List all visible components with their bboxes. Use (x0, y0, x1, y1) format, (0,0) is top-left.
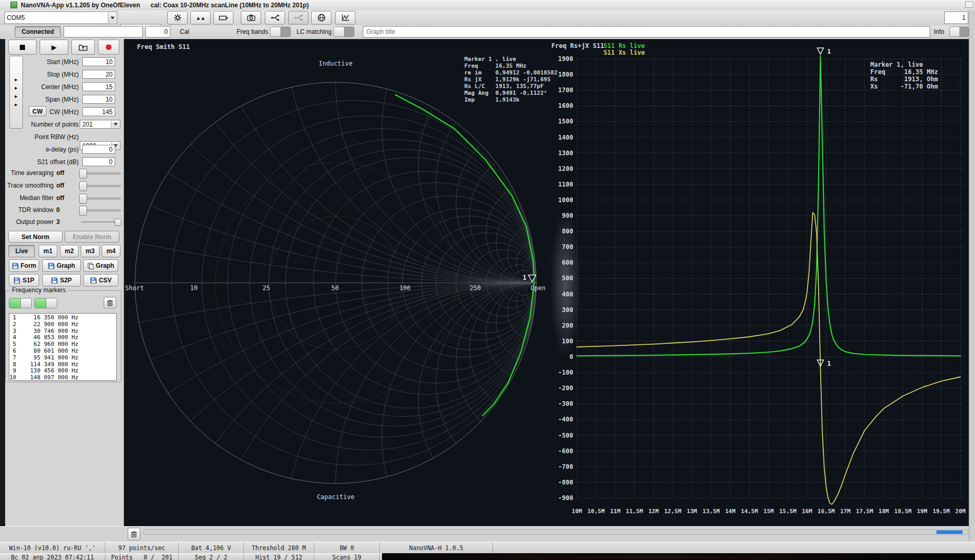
cw-field[interactable]: 145 (82, 107, 115, 116)
svg-text:600: 600 (562, 259, 573, 266)
cw-button[interactable]: CW (29, 106, 46, 116)
arrow-right-icon: ► (14, 102, 19, 107)
rsjx-title: Freq Rs+jX S11 (551, 42, 604, 49)
svg-text:-600: -600 (558, 447, 573, 455)
svg-text:10M: 10M (572, 508, 582, 515)
settings-button[interactable] (167, 11, 188, 24)
com-port-value: COM5 (7, 14, 25, 21)
clear-history-button[interactable] (128, 528, 140, 540)
collapse-panel-button[interactable]: ► ► ► ► (9, 56, 23, 129)
median-filter-slider-thumb[interactable] (79, 194, 87, 204)
save-graph-button[interactable]: Graph (42, 259, 81, 272)
raise-priority-button[interactable]: ▲▲ (190, 11, 211, 24)
smith-chart-panel[interactable]: 1 Freq Smith S11 Inductive Capacitive Sh… (124, 39, 549, 526)
chart-marker[interactable] (817, 48, 823, 54)
chevron-down-icon[interactable] (108, 13, 116, 23)
svg-text:15M: 15M (763, 508, 774, 515)
svg-text:11M: 11M (610, 508, 621, 515)
copy-graph-button[interactable]: Graph (83, 259, 118, 272)
save-s1p-button[interactable]: S1P (9, 274, 39, 287)
save-csv-button[interactable]: CSV (83, 274, 118, 287)
chevron-down-icon[interactable] (111, 121, 119, 128)
rsjx-chart[interactable]: 1900180017001600150014001300120011001000… (549, 39, 975, 526)
toolbar-main (0, 10, 975, 26)
stop-button[interactable] (8, 40, 36, 55)
split-view-button[interactable] (265, 11, 285, 24)
delete-markers-button[interactable] (104, 297, 116, 308)
span-field[interactable]: 10 (82, 95, 115, 104)
edelay-label: e-delay (ps) (46, 146, 79, 153)
lc-matching-toggle[interactable] (334, 27, 354, 37)
enable-norm-button: Enable Norm (65, 231, 119, 243)
record-button[interactable] (98, 40, 119, 55)
status-cell: Points 0 / 201 (105, 554, 179, 560)
edelay-field[interactable]: 0 (82, 145, 115, 154)
span-value: 10 (106, 96, 113, 103)
memory-live-button[interactable]: Live (8, 245, 35, 257)
svg-text:1000: 1000 (558, 196, 573, 204)
tdr-window-slider-thumb[interactable] (79, 206, 87, 216)
memory-m2-button[interactable]: m2 (60, 245, 79, 257)
background-window-patch (382, 553, 975, 560)
info-toggle[interactable] (949, 27, 969, 37)
start-label: Start (MHz) (47, 58, 79, 66)
frequency-marker-row[interactable]: 10 148 097 000 Hz (9, 375, 116, 381)
history-scrollbar-thumb[interactable] (936, 530, 962, 534)
window-controls[interactable] (965, 1, 973, 8)
trash-icon (131, 531, 137, 538)
s21-offset-field[interactable]: 0 (82, 157, 115, 166)
preset-count-field[interactable]: 1 (944, 11, 968, 24)
memory-m1-button[interactable]: m1 (39, 245, 57, 257)
globe-icon (317, 14, 326, 22)
screenshot-button[interactable] (241, 11, 261, 24)
offset-field[interactable]: 0 (145, 26, 170, 38)
center-field[interactable]: 15 (82, 82, 115, 91)
output-power-slider[interactable] (81, 221, 120, 222)
frequency-markers-title: Frequency markers (10, 287, 68, 294)
svg-text:-900: -900 (558, 494, 573, 502)
com-port-select[interactable]: COM5 (4, 11, 117, 24)
start-field[interactable]: 10 (82, 57, 115, 66)
connected-button[interactable]: Connected (15, 26, 61, 38)
marker-toggle-1[interactable] (9, 298, 32, 308)
open-file-button[interactable] (71, 40, 95, 55)
graph-title-field[interactable] (363, 26, 930, 38)
marker-toggle-2[interactable] (34, 298, 57, 308)
legend-xs: S11 Xs live (603, 49, 645, 56)
memory-m4-button[interactable]: m4 (102, 245, 120, 257)
serial-info-field[interactable] (64, 26, 143, 38)
frequency-marker-list[interactable]: 1 16 350 000 Hz 2 22 900 000 Hz 3 30 746… (9, 313, 117, 381)
trace-smoothing-slider-thumb[interactable] (79, 181, 87, 191)
freq-bands-toggle[interactable] (270, 27, 291, 37)
svg-text:17,5M: 17,5M (856, 508, 873, 515)
frequency-marker-row[interactable]: 2 22 900 000 Hz (9, 321, 116, 328)
smith-chart[interactable]: 1 (124, 39, 549, 526)
stop-field[interactable]: 20 (82, 70, 115, 79)
serial-info-input[interactable] (66, 28, 140, 36)
status-cell: NanoVNA-H 1.0.5 (380, 542, 493, 554)
rsjx-chart-panel[interactable]: 1900180017001600150014001300120011001000… (549, 39, 975, 526)
frequency-marker-row[interactable]: 7 95 941 000 Hz (9, 355, 116, 362)
frequency-marker-row[interactable]: 1 16 350 000 Hz (9, 315, 116, 321)
time-averaging-slider-thumb[interactable] (79, 169, 87, 179)
set-norm-button[interactable]: Set Norm (8, 231, 63, 243)
smith-inductive-label: Inductive (318, 60, 352, 67)
web-button[interactable] (311, 11, 331, 24)
toggle-thumb (46, 298, 57, 308)
svg-text:-100: -100 (558, 369, 573, 376)
points-select[interactable]: 201 (80, 120, 120, 129)
battery-button[interactable] (213, 11, 233, 24)
save-form-button[interactable]: Form (9, 259, 39, 272)
smith-marker-readout: Marker 1 , live Freq 16,35 MHz re im 0,9… (464, 56, 558, 103)
frequency-marker-row[interactable]: 6 80 601 000 Hz (9, 348, 116, 355)
history-scrollbar[interactable] (143, 529, 968, 535)
title-bar: NanoVNA-App v1.1.205 by OneOfEleven cal:… (0, 0, 975, 11)
output-power-slider-thumb[interactable] (115, 219, 121, 226)
graph-title-input[interactable] (365, 28, 928, 36)
memory-m3-button[interactable]: m3 (81, 245, 100, 257)
run-button[interactable]: ▶ (40, 40, 68, 55)
graph-mode-button[interactable] (335, 11, 355, 24)
save-s2p-button[interactable]: S2P (42, 274, 81, 287)
lc-matching-label: LC matching (297, 28, 331, 35)
center-label: Center (MHz) (41, 83, 79, 91)
